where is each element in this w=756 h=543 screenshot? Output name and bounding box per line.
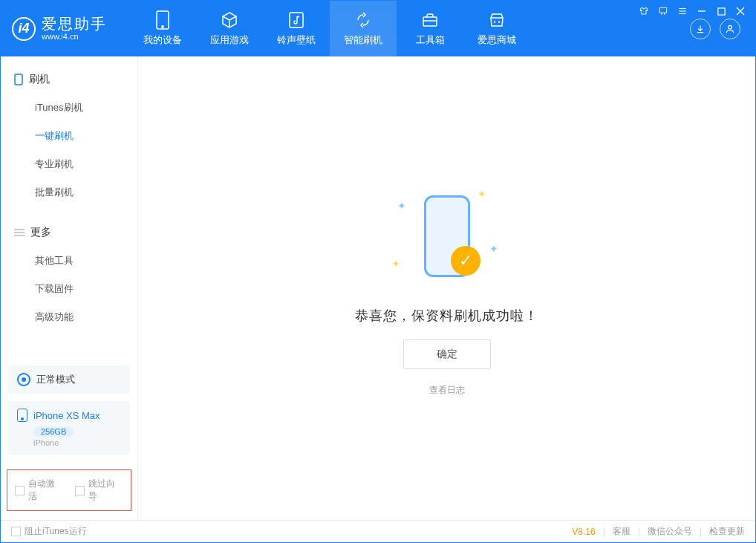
sidebar-item-other-tools[interactable]: 其他工具 (1, 247, 137, 275)
sidebar: 刷机 iTunes刷机 一键刷机 专业刷机 批量刷机 更多 其他工具 下载固件 … (1, 56, 138, 520)
svg-rect-11 (423, 17, 437, 26)
menu-icon[interactable] (677, 5, 688, 17)
tab-label: 应用游戏 (210, 33, 249, 47)
toolbox-icon (421, 11, 439, 29)
user-button[interactable] (720, 19, 740, 39)
check-update-link[interactable]: 检查更新 (709, 525, 745, 538)
sidebar-header-flash: 刷机 (1, 68, 137, 91)
device-type: iPhone (33, 438, 121, 447)
main-tabs: 我的设备 应用游戏 铃声壁纸 智能刷机 工具箱 爱思商城 (129, 1, 530, 56)
tab-label: 铃声壁纸 (277, 33, 316, 47)
support-link[interactable]: 客服 (613, 525, 630, 538)
logo-icon: i4 (12, 17, 36, 41)
phone-icon (17, 409, 27, 422)
app-body: 刷机 iTunes刷机 一键刷机 专业刷机 批量刷机 更多 其他工具 下载固件 … (1, 56, 755, 520)
svg-rect-13 (15, 74, 22, 85)
bottom-options-highlighted: 自动激活 跳过向导 (7, 469, 131, 511)
checkbox-skip-guide[interactable]: 跳过向导 (75, 478, 123, 503)
tab-apps-games[interactable]: 应用游戏 (196, 1, 263, 56)
checkbox-box (15, 486, 25, 495)
sparkle-icon: ✦ (489, 243, 498, 255)
sidebar-header-more: 更多 (1, 221, 137, 244)
feedback-icon[interactable] (657, 5, 669, 17)
main-content: ✦ ✦ ✦ ✦ ✓ 恭喜您，保资料刷机成功啦！ 确定 查看日志 (138, 56, 755, 520)
tab-my-device[interactable]: 我的设备 (129, 1, 196, 56)
sidebar-section-more: 更多 其他工具 下载固件 高级功能 (1, 209, 137, 334)
checkbox-box (75, 486, 85, 495)
check-badge-icon: ✓ (451, 246, 480, 276)
minimize-button[interactable] (696, 5, 708, 17)
sidebar-item-pro-flash[interactable]: 专业刷机 (1, 150, 137, 178)
sparkle-icon: ✦ (391, 258, 400, 270)
device-info[interactable]: iPhone XS Max 256GB iPhone (8, 401, 130, 455)
device-panel: 正常模式 iPhone XS Max 256GB iPhone (8, 365, 130, 462)
phone-small-icon (14, 74, 23, 85)
header-right (690, 19, 740, 39)
sidebar-section-flash: 刷机 iTunes刷机 一键刷机 专业刷机 批量刷机 (1, 56, 137, 209)
version-label: V8.16 (572, 527, 595, 537)
svg-rect-10 (290, 13, 303, 27)
checkbox-block-itunes[interactable]: 阻止iTunes运行 (11, 525, 87, 538)
store-icon (488, 11, 506, 29)
app-logo[interactable]: i4 爱思助手 www.i4.cn (12, 16, 107, 41)
footer: 阻止iTunes运行 V8.16 | 客服 | 微信公众号 | 检查更新 (1, 520, 755, 542)
device-capacity: 256GB (33, 426, 74, 437)
sparkle-icon: ✦ (478, 188, 486, 200)
device-name: iPhone XS Max (33, 410, 100, 421)
sparkle-icon: ✦ (397, 200, 406, 212)
tab-label: 我的设备 (143, 33, 182, 47)
checkbox-auto-activate[interactable]: 自动激活 (15, 478, 63, 503)
music-icon (287, 11, 305, 29)
sidebar-item-download-firmware[interactable]: 下载固件 (1, 275, 137, 303)
download-button[interactable] (690, 19, 711, 39)
ok-button[interactable]: 确定 (403, 339, 491, 369)
svg-point-9 (162, 25, 163, 27)
device-icon (154, 11, 172, 29)
mode-icon (17, 373, 30, 386)
sidebar-item-batch-flash[interactable]: 批量刷机 (1, 178, 137, 207)
app-title: 爱思助手 (42, 16, 107, 32)
sidebar-item-onekey-flash[interactable]: 一键刷机 (1, 122, 137, 150)
footer-right: V8.16 | 客服 | 微信公众号 | 检查更新 (572, 525, 745, 538)
svg-point-12 (729, 25, 732, 29)
sidebar-item-advanced[interactable]: 高级功能 (1, 303, 137, 331)
device-mode[interactable]: 正常模式 (8, 365, 130, 394)
checkbox-box (11, 527, 21, 536)
device-mode-label: 正常模式 (36, 373, 75, 386)
success-illustration: ✦ ✦ ✦ ✦ ✓ (391, 181, 503, 292)
svg-rect-0 (659, 7, 666, 13)
app-subtitle: www.i4.cn (42, 32, 107, 41)
shirt-icon[interactable] (638, 5, 650, 17)
list-icon (14, 228, 25, 237)
tab-label: 工具箱 (416, 33, 445, 47)
window-controls (638, 5, 746, 17)
tab-smart-flash[interactable]: 智能刷机 (330, 1, 397, 56)
svg-rect-5 (717, 7, 724, 14)
view-log-link[interactable]: 查看日志 (429, 384, 465, 397)
close-button[interactable] (734, 5, 746, 17)
tab-ringtones[interactable]: 铃声壁纸 (263, 1, 330, 56)
tab-toolbox[interactable]: 工具箱 (397, 1, 463, 56)
cube-icon (221, 11, 238, 29)
maximize-button[interactable] (715, 5, 727, 17)
app-header: i4 爱思助手 www.i4.cn 我的设备 应用游戏 铃声壁纸 智能刷机 工具… (1, 1, 755, 56)
sync-icon (354, 11, 372, 29)
wechat-link[interactable]: 微信公众号 (648, 525, 692, 538)
tab-label: 智能刷机 (344, 33, 382, 47)
tab-store[interactable]: 爱思商城 (463, 1, 530, 56)
sidebar-item-itunes-flash[interactable]: iTunes刷机 (1, 94, 137, 122)
success-message: 恭喜您，保资料刷机成功啦！ (355, 307, 538, 325)
tab-label: 爱思商城 (478, 33, 516, 47)
